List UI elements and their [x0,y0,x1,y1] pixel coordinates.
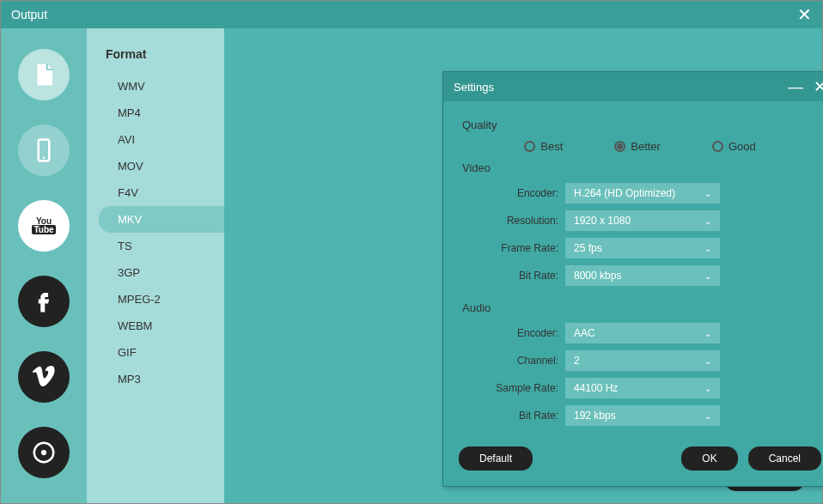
select-value: H.264 (HD Optimized) [574,187,675,199]
select-value: 44100 Hz [574,382,618,394]
left-rail: YouTube [1,28,87,503]
select-value: AAC [574,327,595,339]
format-item-mov[interactable]: MOV [87,153,224,179]
video-encoder-select[interactable]: H.264 (HD Optimized) ⌄ [565,183,720,203]
chevron-down-icon: ⌄ [704,271,711,281]
chevron-down-icon: ⌄ [704,329,711,338]
dialog-footer: Default OK Cancel [443,434,823,486]
youtube-icon: YouTube [32,217,55,234]
format-item-mp4[interactable]: MP4 [87,100,224,126]
phone-icon [31,137,57,163]
chevron-down-icon: ⌄ [704,244,711,253]
quality-good-radio[interactable]: Good [712,140,756,153]
rail-dvd-button[interactable] [18,427,70,478]
audio-channel-label: Channel: [462,355,565,367]
vimeo-icon [31,364,57,390]
dialog-body: Quality Best Better Good [443,101,823,434]
audio-bitrate-select[interactable]: 192 kbps ⌄ [565,405,720,426]
chevron-down-icon: ⌄ [704,216,711,226]
format-item-mpeg2[interactable]: MPEG-2 [87,286,224,313]
video-bitrate-label: Bit Rate: [462,270,565,282]
window-close-icon[interactable]: ✕ [797,4,812,25]
chevron-down-icon: ⌄ [704,411,711,421]
format-item-wmv[interactable]: WMV [87,73,224,100]
video-encoder-label: Encoder: [462,187,565,199]
audio-encoder-label: Encoder: [462,327,565,339]
radio-label: Better [631,140,661,153]
select-value: 1920 x 1080 [574,215,631,227]
select-value: 8000 kbps [574,270,621,282]
rail-format-button[interactable] [18,49,70,100]
default-button[interactable]: Default [459,446,533,471]
svg-point-1 [43,157,46,160]
radio-label: Best [540,140,563,153]
chevron-down-icon: ⌄ [704,384,711,393]
video-framerate-label: Frame Rate: [462,242,565,254]
rail-youtube-button[interactable]: YouTube [18,200,70,252]
rail-facebook-button[interactable] [18,276,70,327]
audio-encoder-select[interactable]: AAC ⌄ [565,323,720,343]
rail-device-button[interactable] [18,124,70,176]
settings-dialog: Settings — ✕ Quality Best Bette [442,71,823,487]
audio-bitrate-label: Bit Rate: [462,410,565,422]
select-value: 25 fps [574,242,602,254]
dialog-minimize-icon[interactable]: — [788,78,803,96]
body: YouTube Format WMV MP4 AVI MOV F4V MKV T… [1,28,822,503]
audio-samplerate-label: Sample Rate: [462,382,565,394]
quality-label: Quality [462,118,818,131]
select-value: 192 kbps [574,410,616,422]
radio-icon [712,141,723,152]
main-area: ondershare Filmora\Out Settings Export S… [224,28,822,503]
format-item-mkv[interactable]: MKV [99,206,224,233]
window-title: Output [11,8,47,21]
chevron-down-icon: ⌄ [704,189,711,198]
video-framerate-select[interactable]: 25 fps ⌄ [565,238,720,258]
audio-label: Audio [462,301,818,314]
quality-best-radio[interactable]: Best [524,140,563,153]
format-column: Format WMV MP4 AVI MOV F4V MKV TS 3GP MP… [87,28,224,503]
radio-icon [614,141,625,152]
video-resolution-label: Resolution: [462,215,565,227]
format-item-webm[interactable]: WEBM [87,313,224,339]
disc-icon [31,440,57,465]
format-heading: Format [87,47,224,61]
format-item-ts[interactable]: TS [87,233,224,259]
video-resolution-select[interactable]: 1920 x 1080 ⌄ [565,210,720,231]
select-value: 2 [574,355,580,367]
format-item-f4v[interactable]: F4V [87,179,224,206]
quality-better-radio[interactable]: Better [614,140,661,153]
format-item-gif[interactable]: GIF [87,339,224,366]
radio-icon [524,141,535,152]
dialog-titlebar: Settings — ✕ [443,72,823,101]
radio-label: Good [729,140,756,153]
dialog-close-icon[interactable]: ✕ [814,77,823,96]
video-label: Video [462,161,818,174]
video-bitrate-select[interactable]: 8000 kbps ⌄ [565,265,720,286]
ok-button[interactable]: OK [681,446,737,471]
svg-point-3 [41,450,46,455]
format-item-3gp[interactable]: 3GP [87,259,224,286]
cancel-button[interactable]: Cancel [748,446,821,471]
format-item-avi[interactable]: AVI [87,126,224,153]
file-icon [31,62,57,88]
audio-samplerate-select[interactable]: 44100 Hz ⌄ [565,378,720,398]
format-item-mp3[interactable]: MP3 [87,366,224,392]
chevron-down-icon: ⌄ [704,356,711,366]
facebook-icon [31,288,57,314]
rail-vimeo-button[interactable] [18,351,70,403]
quality-group: Best Better Good [462,140,818,153]
audio-channel-select[interactable]: 2 ⌄ [565,350,720,371]
dialog-title: Settings [454,81,494,94]
output-window: Output ✕ YouTube Format [0,0,823,504]
titlebar: Output ✕ [1,1,822,28]
